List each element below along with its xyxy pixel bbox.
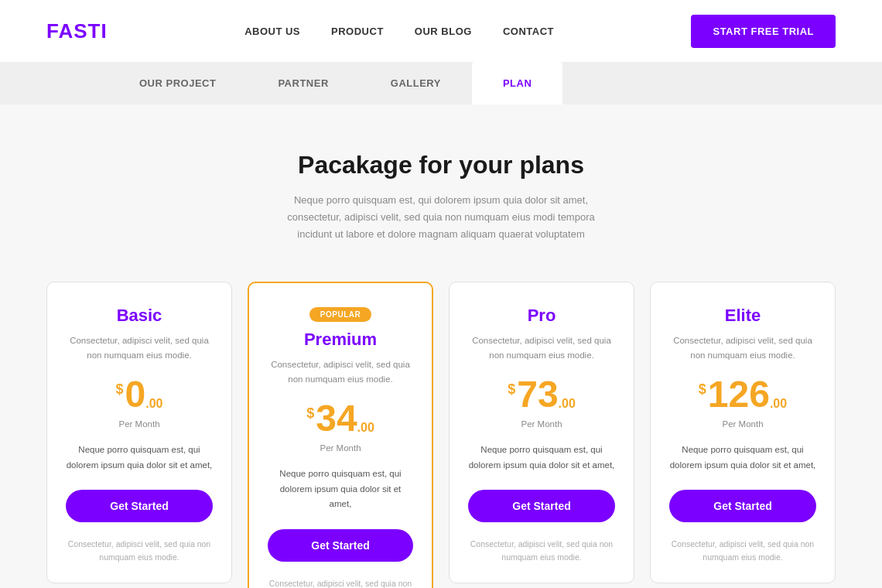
section-title: Pacakage for your plans [46, 151, 836, 179]
plan-card-pro: Pro Consectetur, adipisci velit, sed qui… [449, 282, 634, 583]
tab-partner[interactable]: PARTNER [247, 62, 359, 104]
plan-card-basic: Basic Consectetur, adipisci velit, sed q… [46, 282, 232, 583]
nav-our-blog[interactable]: OUR BLOG [415, 26, 472, 37]
plan-desc-basic: Consectetur, adipisci velit, sed quia no… [66, 333, 213, 362]
tab-our-project[interactable]: OUR PROJECT [108, 62, 247, 104]
footer-premium: Consectetur, adipisci velit, sed quia no… [268, 577, 413, 588]
price-symbol-pro: $ [508, 382, 515, 396]
price-decimal-pro: .00 [559, 398, 576, 410]
price-premium: $34.00 [306, 400, 374, 437]
plan-title-premium: Premium [268, 330, 413, 350]
per-month-pro: Per Month [468, 419, 615, 429]
feature-pro: Neque porro quisquam est, qui dolorem ip… [468, 443, 615, 473]
pricing-cards: Basic Consectetur, adipisci velit, sed q… [46, 282, 836, 588]
feature-elite: Neque porro quisquam est, qui dolorem ip… [669, 443, 816, 473]
price-block-premium: $34.00 [268, 400, 413, 437]
price-decimal-premium: .00 [357, 422, 374, 434]
tabs-section: OUR PROJECT PARTNER GALLERY PLAN [0, 62, 882, 104]
popular-badge-premium: POPULAR [309, 307, 371, 322]
price-integer-pro: 73 [517, 376, 558, 413]
price-block-basic: $0.00 [66, 376, 213, 413]
tab-gallery[interactable]: GALLERY [360, 62, 472, 104]
nav-contact[interactable]: CONTACT [503, 26, 554, 37]
get-started-pro[interactable]: Get Started [468, 490, 615, 522]
main-content: Pacakage for your plans Neque porro quis… [31, 104, 851, 588]
price-decimal-basic: .00 [145, 398, 162, 410]
price-symbol-basic: $ [116, 382, 124, 396]
plan-desc-pro: Consectetur, adipisci velit, sed quia no… [468, 333, 615, 362]
per-month-basic: Per Month [66, 419, 213, 429]
logo: FASTI [46, 19, 108, 43]
plan-card-elite: Elite Consectetur, adipisci velit, sed q… [650, 282, 836, 583]
get-started-elite[interactable]: Get Started [669, 490, 816, 522]
price-pro: $73.00 [508, 376, 576, 413]
feature-basic: Neque porro quisquam est, qui dolorem ip… [66, 443, 213, 473]
price-block-elite: $126.00 [669, 376, 816, 413]
price-integer-elite: 126 [708, 376, 770, 413]
start-free-trial-button[interactable]: START FREE TRIAL [691, 15, 836, 48]
plan-title-basic: Basic [66, 306, 213, 326]
main-nav: ABOUT US PRODUCT OUR BLOG CONTACT [244, 26, 554, 37]
price-symbol-elite: $ [699, 382, 706, 396]
price-symbol-premium: $ [306, 406, 314, 420]
price-block-pro: $73.00 [468, 376, 615, 413]
plan-desc-elite: Consectetur, adipisci velit, sed quia no… [669, 333, 816, 362]
price-elite: $126.00 [699, 376, 787, 413]
tab-plan[interactable]: PLAN [472, 62, 562, 104]
footer-pro: Consectetur, adipisci velit, sed quia no… [468, 538, 615, 564]
footer-elite: Consectetur, adipisci velit, sed quia no… [669, 538, 816, 564]
per-month-elite: Per Month [669, 419, 816, 429]
nav-product[interactable]: PRODUCT [331, 26, 384, 37]
feature-premium: Neque porro quisquam est, qui dolorem ip… [268, 467, 413, 512]
footer-basic: Consectetur, adipisci velit, sed quia no… [66, 538, 213, 564]
plan-title-elite: Elite [669, 306, 816, 326]
plan-title-pro: Pro [468, 306, 615, 326]
per-month-premium: Per Month [268, 443, 413, 453]
get-started-premium[interactable]: Get Started [268, 529, 413, 562]
price-basic: $0.00 [116, 376, 163, 413]
get-started-basic[interactable]: Get Started [66, 490, 213, 522]
plan-desc-premium: Consectetur, adipisci velit, sed quia no… [268, 357, 413, 386]
header: FASTI ABOUT US PRODUCT OUR BLOG CONTACT … [0, 0, 882, 62]
section-subtitle: Neque porro quisquam est, qui dolorem ip… [279, 192, 603, 243]
price-integer-premium: 34 [316, 400, 357, 437]
nav-about-us[interactable]: ABOUT US [244, 26, 300, 37]
price-integer-basic: 0 [125, 376, 146, 413]
price-decimal-elite: .00 [770, 398, 787, 410]
tabs-container: OUR PROJECT PARTNER GALLERY PLAN [108, 62, 774, 104]
plan-card-premium: POPULAR Premium Consectetur, adipisci ve… [248, 282, 433, 588]
